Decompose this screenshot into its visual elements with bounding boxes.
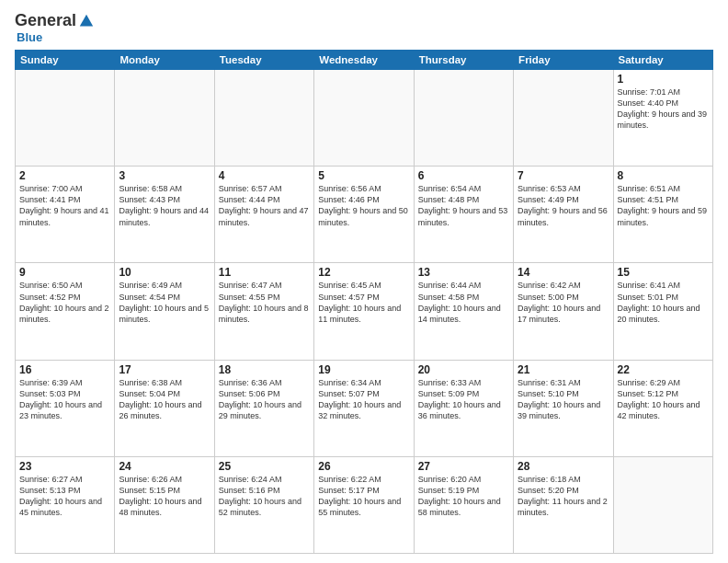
cell-text: Sunrise: 6:54 AM Sunset: 4:48 PM Dayligh…	[418, 183, 509, 228]
day-number: 1	[618, 73, 709, 86]
cell-text: Sunrise: 6:38 AM Sunset: 5:04 PM Dayligh…	[119, 377, 210, 422]
calendar-cell	[16, 70, 115, 167]
cell-text: Sunrise: 6:18 AM Sunset: 5:20 PM Dayligh…	[518, 474, 609, 519]
calendar-cell	[514, 70, 613, 167]
calendar-cell	[414, 70, 513, 167]
day-number: 26	[318, 460, 409, 473]
cell-text: Sunrise: 6:53 AM Sunset: 4:49 PM Dayligh…	[518, 183, 609, 228]
calendar-week-row: 16Sunrise: 6:39 AM Sunset: 5:03 PM Dayli…	[16, 360, 713, 456]
day-number: 28	[518, 460, 609, 473]
day-number: 25	[219, 460, 310, 473]
cell-text: Sunrise: 6:39 AM Sunset: 5:03 PM Dayligh…	[19, 377, 110, 422]
cell-text: Sunrise: 6:34 AM Sunset: 5:07 PM Dayligh…	[318, 377, 409, 422]
cell-text: Sunrise: 6:22 AM Sunset: 5:17 PM Dayligh…	[318, 474, 409, 519]
cell-text: Sunrise: 6:45 AM Sunset: 4:57 PM Dayligh…	[318, 280, 409, 325]
calendar-cell	[613, 456, 712, 553]
day-number: 9	[19, 266, 110, 279]
day-number: 2	[19, 169, 110, 182]
day-number: 6	[418, 169, 509, 182]
calendar-week-row: 23Sunrise: 6:27 AM Sunset: 5:13 PM Dayli…	[16, 456, 713, 553]
cell-text: Sunrise: 6:24 AM Sunset: 5:16 PM Dayligh…	[219, 474, 310, 519]
day-number: 14	[518, 266, 609, 279]
header: General Blue	[15, 11, 713, 44]
day-number: 24	[119, 460, 210, 473]
calendar-cell: 9Sunrise: 6:50 AM Sunset: 4:52 PM Daylig…	[16, 263, 115, 360]
cell-text: Sunrise: 6:49 AM Sunset: 4:54 PM Dayligh…	[119, 280, 210, 325]
cell-text: Sunrise: 6:26 AM Sunset: 5:15 PM Dayligh…	[119, 474, 210, 519]
cell-text: Sunrise: 6:33 AM Sunset: 5:09 PM Dayligh…	[418, 377, 509, 422]
calendar-cell	[115, 70, 214, 167]
calendar-week-row: 9Sunrise: 6:50 AM Sunset: 4:52 PM Daylig…	[16, 263, 713, 360]
calendar-cell: 8Sunrise: 6:51 AM Sunset: 4:51 PM Daylig…	[613, 167, 712, 263]
calendar-header-row: SundayMondayTuesdayWednesdayThursdayFrid…	[16, 51, 713, 70]
day-number: 8	[618, 169, 709, 182]
day-number: 7	[518, 169, 609, 182]
calendar-week-row: 2Sunrise: 7:00 AM Sunset: 4:41 PM Daylig…	[16, 167, 713, 263]
calendar-cell	[314, 70, 414, 167]
cell-text: Sunrise: 6:50 AM Sunset: 4:52 PM Dayligh…	[19, 280, 110, 325]
day-number: 16	[19, 363, 110, 376]
calendar-cell: 1Sunrise: 7:01 AM Sunset: 4:40 PM Daylig…	[613, 70, 712, 167]
day-number: 4	[219, 169, 310, 182]
calendar-cell: 26Sunrise: 6:22 AM Sunset: 5:17 PM Dayli…	[314, 456, 414, 553]
logo-icon	[78, 13, 95, 29]
svg-marker-0	[80, 14, 93, 26]
day-number: 12	[318, 266, 409, 279]
calendar-cell: 28Sunrise: 6:18 AM Sunset: 5:20 PM Dayli…	[514, 456, 613, 553]
day-number: 3	[119, 169, 210, 182]
cell-text: Sunrise: 6:44 AM Sunset: 4:58 PM Dayligh…	[418, 280, 509, 325]
day-header-tuesday: Tuesday	[214, 51, 313, 70]
day-number: 5	[318, 169, 409, 182]
day-number: 19	[318, 363, 409, 376]
calendar-cell	[214, 70, 313, 167]
cell-text: Sunrise: 6:58 AM Sunset: 4:43 PM Dayligh…	[119, 183, 210, 228]
cell-text: Sunrise: 6:36 AM Sunset: 5:06 PM Dayligh…	[219, 377, 310, 422]
day-number: 11	[219, 266, 310, 279]
calendar-cell: 7Sunrise: 6:53 AM Sunset: 4:49 PM Daylig…	[514, 167, 613, 263]
cell-text: Sunrise: 7:01 AM Sunset: 4:40 PM Dayligh…	[618, 86, 709, 132]
day-number: 17	[119, 363, 210, 376]
calendar-cell: 2Sunrise: 7:00 AM Sunset: 4:41 PM Daylig…	[16, 167, 115, 263]
calendar-cell: 25Sunrise: 6:24 AM Sunset: 5:16 PM Dayli…	[214, 456, 313, 553]
calendar-cell: 15Sunrise: 6:41 AM Sunset: 5:01 PM Dayli…	[613, 263, 712, 360]
day-header-wednesday: Wednesday	[314, 51, 414, 70]
cell-text: Sunrise: 7:00 AM Sunset: 4:41 PM Dayligh…	[19, 183, 110, 228]
calendar-cell: 20Sunrise: 6:33 AM Sunset: 5:09 PM Dayli…	[414, 360, 513, 456]
cell-text: Sunrise: 6:20 AM Sunset: 5:19 PM Dayligh…	[418, 474, 509, 519]
cell-text: Sunrise: 6:42 AM Sunset: 5:00 PM Dayligh…	[518, 280, 609, 325]
calendar-cell: 11Sunrise: 6:47 AM Sunset: 4:55 PM Dayli…	[214, 263, 313, 360]
day-number: 15	[618, 266, 709, 279]
calendar-cell: 19Sunrise: 6:34 AM Sunset: 5:07 PM Dayli…	[314, 360, 414, 456]
day-number: 18	[219, 363, 310, 376]
calendar-cell: 10Sunrise: 6:49 AM Sunset: 4:54 PM Dayli…	[115, 263, 214, 360]
cell-text: Sunrise: 6:41 AM Sunset: 5:01 PM Dayligh…	[618, 280, 709, 325]
day-number: 22	[618, 363, 709, 376]
day-number: 20	[418, 363, 509, 376]
day-header-sunday: Sunday	[16, 51, 115, 70]
cell-text: Sunrise: 6:31 AM Sunset: 5:10 PM Dayligh…	[518, 377, 609, 422]
calendar-cell: 6Sunrise: 6:54 AM Sunset: 4:48 PM Daylig…	[414, 167, 513, 263]
calendar-week-row: 1Sunrise: 7:01 AM Sunset: 4:40 PM Daylig…	[16, 70, 713, 167]
calendar-cell: 17Sunrise: 6:38 AM Sunset: 5:04 PM Dayli…	[115, 360, 214, 456]
cell-text: Sunrise: 6:27 AM Sunset: 5:13 PM Dayligh…	[19, 474, 110, 519]
day-header-monday: Monday	[115, 51, 214, 70]
cell-text: Sunrise: 6:51 AM Sunset: 4:51 PM Dayligh…	[618, 183, 709, 228]
cell-text: Sunrise: 6:57 AM Sunset: 4:44 PM Dayligh…	[219, 183, 310, 228]
day-number: 21	[518, 363, 609, 376]
calendar-cell: 21Sunrise: 6:31 AM Sunset: 5:10 PM Dayli…	[514, 360, 613, 456]
day-number: 13	[418, 266, 509, 279]
cell-text: Sunrise: 6:29 AM Sunset: 5:12 PM Dayligh…	[618, 377, 709, 422]
calendar-cell: 3Sunrise: 6:58 AM Sunset: 4:43 PM Daylig…	[115, 167, 214, 263]
page: General Blue SundayMondayTuesdayWednesda…	[0, 0, 728, 563]
calendar-cell: 27Sunrise: 6:20 AM Sunset: 5:19 PM Dayli…	[414, 456, 513, 553]
cell-text: Sunrise: 6:47 AM Sunset: 4:55 PM Dayligh…	[219, 280, 310, 325]
cell-text: Sunrise: 6:56 AM Sunset: 4:46 PM Dayligh…	[318, 183, 409, 228]
calendar-cell: 24Sunrise: 6:26 AM Sunset: 5:15 PM Dayli…	[115, 456, 214, 553]
calendar-table: SundayMondayTuesdayWednesdayThursdayFrid…	[15, 50, 713, 554]
calendar-cell: 18Sunrise: 6:36 AM Sunset: 5:06 PM Dayli…	[214, 360, 313, 456]
logo: General Blue	[15, 11, 95, 44]
logo-blue-label: Blue	[17, 30, 42, 44]
calendar-cell: 16Sunrise: 6:39 AM Sunset: 5:03 PM Dayli…	[16, 360, 115, 456]
calendar-cell: 5Sunrise: 6:56 AM Sunset: 4:46 PM Daylig…	[314, 167, 414, 263]
calendar-cell: 13Sunrise: 6:44 AM Sunset: 4:58 PM Dayli…	[414, 263, 513, 360]
